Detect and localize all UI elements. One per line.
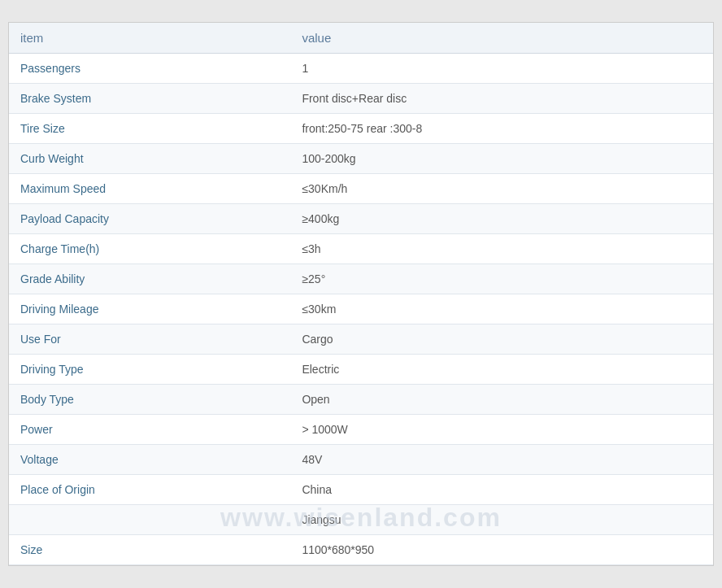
cell-item: Payload Capacity [9,204,290,234]
cell-item: Body Type [9,385,290,415]
cell-value: ≤3h [290,234,713,264]
table-row: Charge Time(h)≤3h [9,234,713,264]
cell-value: Electric [290,355,713,385]
cell-value: Open [290,385,713,415]
table-row: Curb Weight100-200kg [9,144,713,174]
cell-item: Size [9,535,290,565]
cell-item: Grade Ability [9,264,290,294]
cell-item: Charge Time(h) [9,234,290,264]
cell-value: front:250-75 rear :300-8 [290,114,713,144]
cell-value: ≥400kg [290,204,713,234]
table-row: Body TypeOpen [9,385,713,415]
table-row: Passengers1 [9,54,713,84]
cell-item: Driving Mileage [9,294,290,324]
table-row: Grade Ability≥25° [9,264,713,294]
cell-item: Use For [9,324,290,355]
cell-value: China [290,475,713,505]
table-row: Payload Capacity≥400kg [9,204,713,234]
table-row: Jiangsu [9,505,713,535]
cell-item: Passengers [9,54,290,84]
cell-item: Power [9,415,290,445]
table-row: Maximum Speed≤30Km/h [9,174,713,204]
cell-item: Tire Size [9,114,290,144]
table-row: Tire Sizefront:250-75 rear :300-8 [9,114,713,144]
cell-value: Front disc+Rear disc [290,84,713,114]
table-header-row: item value [9,23,713,54]
table-row: Brake SystemFront disc+Rear disc [9,84,713,114]
specs-table-wrapper: item value Passengers1Brake SystemFront … [8,22,714,566]
column-header-item: item [9,23,290,54]
table-row: Voltage48V [9,445,713,475]
cell-item: Curb Weight [9,144,290,174]
table-row: Power> 1000W [9,415,713,445]
column-header-value: value [290,23,713,54]
cell-value: 1 [290,54,713,84]
cell-item [9,505,290,535]
specs-table: item value Passengers1Brake SystemFront … [9,23,713,565]
cell-item: Driving Type [9,355,290,385]
cell-value: > 1000W [290,415,713,445]
cell-value: ≥25° [290,264,713,294]
cell-item: Place of Origin [9,475,290,505]
cell-value: ≤30Km/h [290,174,713,204]
cell-value: ≤30km [290,294,713,324]
table-row: Size1100*680*950 [9,535,713,565]
cell-value: Jiangsu [290,505,713,535]
table-row: Driving Mileage≤30km [9,294,713,324]
cell-item: Brake System [9,84,290,114]
cell-item: Voltage [9,445,290,475]
cell-item: Maximum Speed [9,174,290,204]
cell-value: Cargo [290,324,713,355]
cell-value: 48V [290,445,713,475]
cell-value: 100-200kg [290,144,713,174]
table-row: Place of OriginChina [9,475,713,505]
table-row: Driving TypeElectric [9,355,713,385]
cell-value: 1100*680*950 [290,535,713,565]
table-row: Use ForCargo [9,324,713,355]
